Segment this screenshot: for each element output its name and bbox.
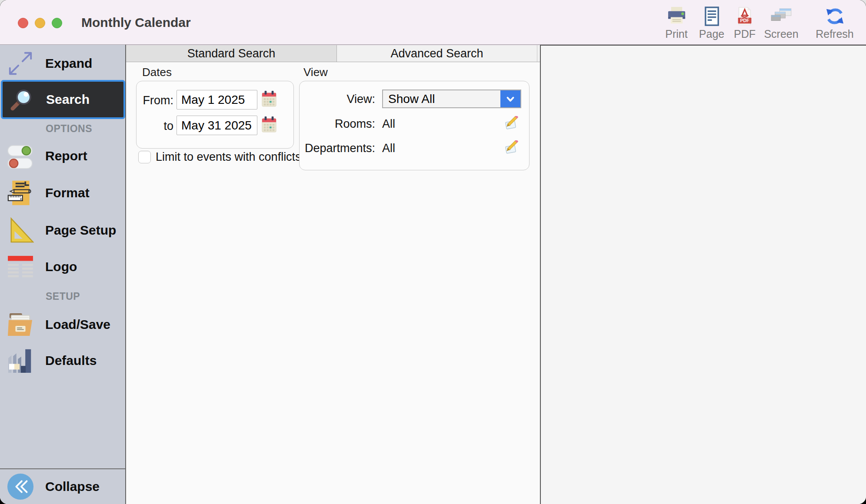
to-label: to: [137, 119, 173, 133]
edit-departments-icon[interactable]: [504, 140, 518, 155]
chevron-down-icon: [500, 90, 520, 107]
view-row: View: Show All: [300, 90, 530, 108]
sidebar-section-setup: SETUP: [46, 291, 80, 302]
conflicts-checkbox[interactable]: [138, 151, 151, 163]
pdf-icon: PDF: [735, 5, 755, 27]
sidebar-item-label: Logo: [45, 259, 77, 274]
sidebar-item-label: Defaults: [45, 353, 97, 368]
screen-button[interactable]: Screen: [759, 5, 803, 40]
sidebar-item-label: Report: [45, 149, 87, 163]
close-window-button[interactable]: [18, 18, 28, 28]
app-window: Monthly Calendar Print: [0, 0, 866, 504]
search-icon: [7, 87, 36, 112]
sidebar-item-label: Load/Save: [45, 317, 110, 332]
sidebar-item-label: Page Setup: [45, 223, 116, 238]
search-panel: Standard Search Advanced Search Dates Fr…: [126, 45, 540, 504]
view-label: View:: [300, 93, 375, 106]
rooms-row: Rooms: All: [300, 116, 530, 132]
conflicts-checkbox-row: Limit to events with conflicts: [138, 150, 301, 164]
folder-icon: [6, 312, 35, 337]
screen-label: Screen: [764, 28, 798, 40]
view-dropdown-value: Show All: [383, 92, 500, 106]
from-label: From:: [137, 94, 173, 107]
conflicts-checkbox-label: Limit to events with conflicts: [156, 150, 301, 164]
sidebar-item-defaults[interactable]: Defaults: [0, 345, 125, 377]
sidebar-item-logo[interactable]: Logo: [0, 252, 125, 282]
tab-strip-filler: [537, 45, 540, 62]
tab-strip: Standard Search Advanced Search: [126, 45, 540, 62]
view-group-label: View: [303, 66, 328, 79]
print-label: Print: [665, 28, 687, 40]
sidebar-item-expand[interactable]: Expand: [0, 48, 125, 79]
from-calendar-picker-icon[interactable]: [262, 90, 276, 107]
print-icon: [666, 5, 687, 27]
titlebar: Monthly Calendar Print: [0, 0, 866, 45]
dates-group-label: Dates: [142, 66, 172, 79]
factory-icon: [6, 348, 35, 373]
refresh-button[interactable]: Refresh: [813, 5, 856, 40]
logo-icon: [6, 255, 35, 279]
search-form: Dates From:: [126, 62, 540, 504]
sidebar-item-load-save[interactable]: Load/Save: [0, 308, 125, 341]
sidebar-section-options: OPTIONS: [46, 123, 92, 135]
edit-rooms-icon[interactable]: [504, 116, 518, 130]
sidebar-item-report[interactable]: Report: [0, 139, 125, 172]
sidebar-item-label: Search: [46, 92, 90, 107]
sidebar-item-page-setup[interactable]: Page Setup: [0, 214, 125, 246]
tab-standard-search[interactable]: Standard Search: [126, 45, 337, 62]
preview-panel: [540, 45, 866, 504]
window-title: Monthly Calendar: [81, 0, 191, 45]
collapse-icon: [6, 473, 35, 500]
page-label: Page: [699, 28, 724, 40]
sidebar-item-label: Collapse: [45, 479, 100, 494]
sidebar-item-label: Expand: [45, 56, 92, 71]
rooms-label: Rooms:: [300, 117, 375, 131]
refresh-icon: [825, 5, 845, 27]
departments-value: All: [382, 142, 395, 155]
dates-group-box: From:: [136, 81, 294, 149]
sidebar-item-format[interactable]: Format: [0, 177, 125, 209]
expand-icon: [6, 50, 35, 77]
zoom-window-button[interactable]: [52, 18, 62, 28]
view-group-box: View: Show All Rooms: All: [299, 81, 530, 170]
sidebar: Expand Search OPTIONS: [0, 45, 126, 504]
page-setup-triangle-icon: [6, 217, 35, 244]
format-icon: [6, 180, 35, 206]
pdf-label: PDF: [734, 28, 756, 40]
sidebar-item-search[interactable]: Search: [1, 80, 125, 119]
to-calendar-picker-icon[interactable]: [262, 116, 276, 133]
report-toggles-icon: [6, 142, 35, 170]
rooms-value: All: [382, 117, 395, 131]
sidebar-item-collapse[interactable]: Collapse: [0, 468, 125, 504]
from-date-input[interactable]: [177, 90, 257, 109]
screen-icon: [770, 5, 792, 27]
tab-advanced-search[interactable]: Advanced Search: [337, 45, 537, 62]
minimize-window-button[interactable]: [35, 18, 45, 28]
refresh-label: Refresh: [816, 28, 854, 40]
view-dropdown[interactable]: Show All: [382, 90, 521, 108]
departments-label: Departments:: [300, 142, 375, 155]
to-date-input[interactable]: [177, 116, 257, 135]
departments-row: Departments: All: [300, 140, 530, 156]
page-icon: [702, 5, 722, 27]
sidebar-item-label: Format: [45, 186, 90, 200]
svg-text:PDF: PDF: [740, 18, 749, 23]
